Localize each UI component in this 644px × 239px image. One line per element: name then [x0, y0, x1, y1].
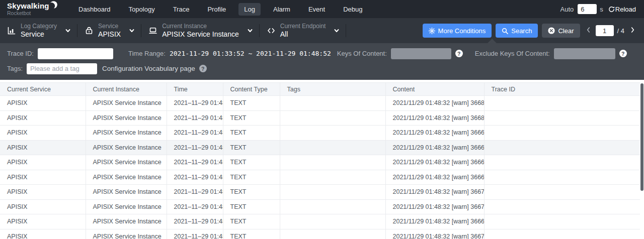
next-page-button[interactable] — [627, 26, 638, 35]
chevron-right-icon — [630, 26, 635, 35]
nav-item-profile[interactable]: Profile — [202, 3, 231, 16]
table-row[interactable]: APISIXAPISIX Service Instance2021–11–29 … — [0, 110, 640, 126]
exclude-keys-label: Exclude Keys Of Content: — [475, 50, 550, 57]
cell-content-type: TEXT — [223, 214, 280, 229]
instance-icon — [148, 26, 157, 35]
table-row[interactable]: APISIXAPISIX Service Instance2021–11–29 … — [0, 170, 640, 185]
chevron-down-icon — [65, 28, 71, 34]
keys-of-content-input[interactable] — [391, 48, 451, 59]
more-conditions-label: More Conditions — [438, 27, 486, 35]
cell-time: 2021–11–29 01:48:52 — [167, 126, 223, 141]
cell-tags — [280, 126, 385, 141]
cell-trace-id — [484, 214, 640, 229]
auto-interval-input[interactable] — [578, 4, 597, 14]
more-conditions-button[interactable]: More Conditions — [423, 24, 492, 38]
reload-button[interactable]: Reload — [608, 6, 636, 13]
conditions-row-2: Tags: Configuration Vocabulary page — [0, 62, 644, 75]
divider — [346, 24, 346, 37]
cell-trace-id — [484, 110, 640, 126]
cell-tags — [280, 214, 385, 229]
table-row[interactable]: APISIXAPISIX Service Instance2021–11–29 … — [0, 214, 640, 229]
endpoint-icon — [267, 26, 276, 35]
selector-current-endpoint[interactable]: Current EndpointAll — [260, 18, 346, 43]
cell-content: 2021/11/29 01:48:32 [warn] 36663#36663: … — [385, 126, 484, 141]
cell-current-service: APISIX — [0, 110, 86, 126]
keys-of-content-label: Keys Of Content: — [337, 50, 387, 57]
conditions-row-1: Trace ID: Time Range: 2021-11-29 01:33:5… — [0, 47, 644, 60]
clear-icon — [548, 27, 555, 34]
vocabulary-page-link[interactable]: Configuration Vocabulary page — [102, 65, 195, 72]
cell-time: 2021–11–29 01:48:52 — [167, 214, 223, 229]
table-row[interactable]: APISIXAPISIX Service Instance2021–11–29 … — [0, 155, 640, 170]
nav-item-trace[interactable]: Trace — [168, 3, 195, 16]
table-row[interactable]: APISIXAPISIX Service Instance2021–11–29 … — [0, 126, 640, 141]
cell-content-type: TEXT — [223, 140, 280, 155]
cell-trace-id — [484, 199, 640, 214]
nav-item-dashboard[interactable]: Dashboard — [73, 3, 116, 16]
keys-help-icon[interactable] — [455, 50, 463, 57]
vocabulary-help-icon[interactable] — [199, 65, 207, 72]
tags-input[interactable] — [27, 63, 97, 74]
table-row[interactable]: APISIXAPISIX Service Instance2021–11–29 … — [0, 199, 640, 214]
selector-log-category[interactable]: Log CategoryService — [0, 18, 77, 43]
cell-trace-id — [484, 126, 640, 141]
service-icon — [85, 26, 94, 35]
search-button[interactable]: Search — [496, 24, 538, 38]
column-header-content: Content — [385, 83, 484, 96]
cell-current-service: APISIX — [0, 96, 86, 111]
cell-time: 2021–11–29 01:48:52 — [167, 96, 223, 111]
selector-label: Current Instance — [162, 23, 239, 30]
vertical-scrollbar[interactable] — [640, 82, 644, 239]
table-row[interactable]: APISIXAPISIX Service Instance2021–11–29 … — [0, 140, 640, 155]
cell-content: 2021/11/29 01:48:32 [warn] 36680#36680: … — [385, 110, 484, 126]
cell-content-type: TEXT — [223, 155, 280, 170]
clear-button[interactable]: Clear — [542, 24, 580, 38]
trace-id-input[interactable] — [38, 48, 113, 59]
cell-trace-id — [484, 96, 640, 111]
time-range-label: Time Range: — [128, 50, 166, 57]
column-header-tags: Tags — [280, 83, 385, 96]
cell-current-instance: APISIX Service Instance — [86, 170, 167, 185]
toolbar-actions: More Conditions Search Clear / 4 — [419, 24, 644, 38]
cell-current-instance: APISIX Service Instance — [86, 229, 167, 239]
exclude-keys-help-icon[interactable] — [619, 50, 627, 57]
topbar: Skywalking Rocketbot DashboardTopologyTr… — [0, 0, 644, 18]
cell-current-service: APISIX — [0, 185, 86, 200]
nav-item-log[interactable]: Log — [238, 3, 261, 16]
table-row[interactable]: APISIXAPISIX Service Instance2021–11–29 … — [0, 96, 640, 111]
cell-trace-id — [484, 185, 640, 200]
nav-item-alarm[interactable]: Alarm — [268, 3, 296, 16]
nav-item-topology[interactable]: Topology — [123, 3, 160, 16]
page-input[interactable] — [596, 25, 614, 36]
logo-subtitle: Rocketbot — [7, 11, 59, 16]
chevron-down-icon — [247, 28, 253, 34]
nav-item-debug[interactable]: Debug — [338, 3, 368, 16]
cell-current-instance: APISIX Service Instance — [86, 185, 167, 200]
logo[interactable]: Skywalking Rocketbot — [0, 2, 59, 16]
cell-current-instance: APISIX Service Instance — [86, 155, 167, 170]
cell-current-service: APISIX — [0, 126, 86, 141]
exclude-keys-input[interactable] — [554, 48, 615, 59]
cell-current-instance: APISIX Service Instance — [86, 199, 167, 214]
clear-label: Clear — [558, 27, 574, 35]
cell-content: 2021/11/29 01:48:32 [warn] 36662#36662: … — [385, 170, 484, 185]
selector-service[interactable]: ServiceAPISIX — [77, 18, 141, 43]
scrollbar-thumb[interactable] — [640, 83, 643, 191]
selector-value: Service — [21, 30, 57, 38]
cell-content-type: TEXT — [223, 110, 280, 126]
gear-icon — [429, 28, 435, 34]
nav-item-event[interactable]: Event — [303, 3, 331, 16]
time-range-value[interactable]: 2021-11-29 01:33:52 ~ 2021-11-29 01:48:5… — [170, 50, 331, 57]
table-row[interactable]: APISIXAPISIX Service Instance2021–11–29 … — [0, 185, 640, 200]
prev-page-button[interactable] — [583, 26, 594, 35]
cell-current-instance: APISIX Service Instance — [86, 140, 167, 155]
cell-tags — [280, 140, 385, 155]
table-header-row: Current ServiceCurrent InstanceTimeConte… — [0, 83, 640, 96]
cell-tags — [280, 155, 385, 170]
cell-tags — [280, 199, 385, 214]
chevron-down-icon — [334, 28, 340, 34]
cell-tags — [280, 170, 385, 185]
selector-current-instance[interactable]: Current InstanceAPISIX Service Instance — [141, 18, 259, 43]
table-row[interactable]: APISIXAPISIX Service Instance2021–11–29 … — [0, 229, 640, 239]
reload-icon — [608, 6, 615, 13]
